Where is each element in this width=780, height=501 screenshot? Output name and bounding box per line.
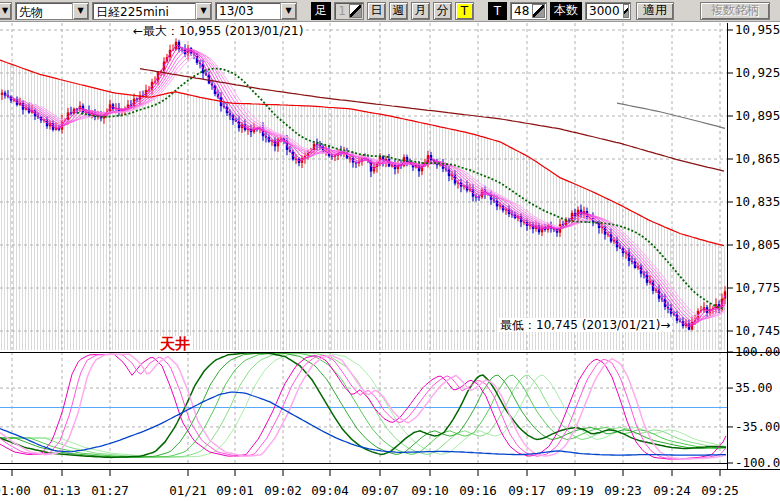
day-button[interactable]: 日 [367, 2, 386, 20]
symbol-combo[interactable]: 日経225mini ▼ [92, 2, 212, 20]
toolbar: ▼ 先物 ▼ 日経225mini ▼ 13/03 ▼ 足 1 日 週 月 分 T… [0, 0, 780, 22]
instrument-value: 先物 [16, 3, 72, 19]
price-and-oscillator-chart: 10,95510,92510,89510,86510,83510,80510,7… [0, 0, 780, 501]
dropdown-arrow-icon[interactable]: ▼ [72, 3, 88, 19]
t-value: 48 [511, 3, 531, 19]
time-axis-label: 01/21 [169, 483, 207, 498]
time-axis-label: 09:25 [701, 483, 739, 498]
dropdown-arrow-icon[interactable]: ▼ [195, 3, 211, 19]
chart-window: ▼ 先物 ▼ 日経225mini ▼ 13/03 ▼ 足 1 日 週 月 分 T… [0, 0, 780, 501]
interval-spinner[interactable]: 1 [334, 2, 364, 20]
month-value: 13/03 [216, 3, 280, 19]
apply-button[interactable]: 適用 [636, 2, 674, 20]
instrument-combo[interactable]: 先物 ▼ [15, 2, 89, 20]
t-chip: T [488, 2, 507, 20]
count-chip: 本数 [550, 2, 582, 20]
price-axis-label: 10,895 [735, 108, 780, 123]
rci-blue-line [0, 392, 726, 455]
price-axis-label: 10,775 [735, 280, 780, 295]
time-axis-label: 01:13 [43, 483, 81, 498]
bar-type-chip: 足 [311, 2, 331, 20]
time-axis-label: 09:07 [361, 483, 399, 498]
multi-symbol-button[interactable]: 複数銘柄 [700, 2, 770, 20]
price-axis-label: 10,805 [735, 237, 780, 252]
time-axis-label: 09:01 [216, 483, 254, 498]
time-axis-label: 09:16 [459, 483, 497, 498]
month-combo[interactable]: 13/03 ▼ [215, 2, 297, 20]
symbol-value: 日経225mini [93, 3, 195, 19]
time-axis-label: 01:27 [91, 483, 129, 498]
dropdown-arrow-icon[interactable]: ▼ [0, 3, 11, 19]
dropdown-arrow-icon[interactable]: ▼ [280, 3, 296, 19]
time-axis-label: 09:24 [653, 483, 691, 498]
t-value-spinner[interactable]: 48 [510, 2, 547, 20]
price-axis-label: 10,835 [735, 194, 780, 209]
price-axis-label: 10,955 [735, 22, 780, 37]
week-button[interactable]: 週 [389, 2, 408, 20]
interval-value: 1 [335, 3, 348, 19]
spinner-icon[interactable] [623, 4, 629, 18]
combo-partial[interactable]: ▼ [0, 2, 12, 20]
max-annotation: ←最大：10,955 (2013/01/21) [131, 24, 305, 38]
time-axis-label: 01:00 [0, 483, 31, 498]
oscillator-axis-label: -100.00 [735, 455, 780, 470]
price-axis-label: 10,865 [735, 151, 780, 166]
price-axis-label: 10,745 [735, 323, 780, 338]
minute-button[interactable]: 分 [433, 2, 452, 20]
oscillator-axis-label: 100.00 [735, 344, 780, 359]
spinner-icon[interactable] [349, 4, 362, 18]
min-annotation: 最低：10,745 (2013/01/21)→ [498, 318, 672, 332]
spinner-icon[interactable] [532, 4, 545, 18]
rci-green-line [0, 353, 726, 457]
oscillator-axis-label: 35.00 [735, 380, 773, 395]
ceiling-annotation: 天井 [158, 336, 192, 352]
month-button[interactable]: 月 [411, 2, 430, 20]
time-axis-label: 09:04 [311, 483, 349, 498]
time-axis-label: 09:10 [411, 483, 449, 498]
count-value: 3000 [586, 3, 622, 19]
price-axis-label: 10,925 [735, 65, 780, 80]
tick-button[interactable]: T [455, 2, 474, 20]
time-axis-label: 09:23 [604, 483, 642, 498]
oscillator-axis-label: -35.00 [735, 419, 780, 434]
count-spinner[interactable]: 3000 [585, 2, 631, 20]
time-axis-label: 09:02 [264, 483, 302, 498]
time-axis-label: 09:19 [556, 483, 594, 498]
time-axis-label: 09:17 [508, 483, 546, 498]
